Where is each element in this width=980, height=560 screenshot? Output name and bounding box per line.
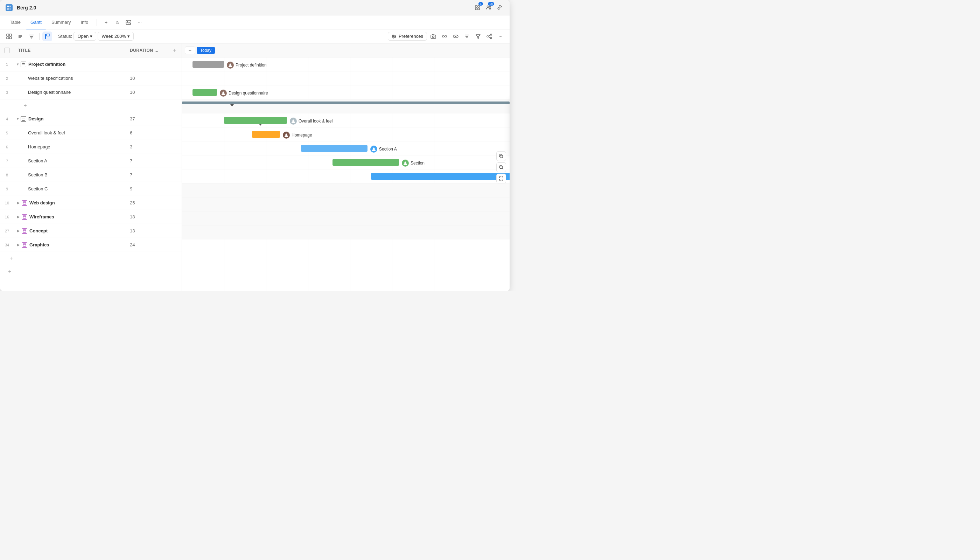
emoji-button[interactable]: ☺	[112, 18, 122, 27]
eye-button[interactable]	[451, 32, 461, 41]
zoom-out-button[interactable]	[496, 162, 506, 172]
gantt-bar-design-q[interactable]	[192, 89, 217, 96]
chevron-down-icon[interactable]: ▾	[17, 62, 18, 66]
collapse-button[interactable]	[15, 32, 25, 41]
camera-button[interactable]	[428, 32, 438, 41]
svg-rect-19	[45, 34, 46, 39]
row-title-text: Wireframes	[29, 214, 54, 220]
add-bottom-row: +	[0, 265, 182, 278]
chevron-right-icon[interactable]: ▶	[17, 201, 20, 205]
svg-rect-14	[7, 37, 9, 39]
row-title-group: ▶ Web design	[14, 200, 126, 206]
svg-line-40	[488, 35, 490, 36]
filter-button[interactable]	[473, 32, 483, 41]
chevron-right-icon[interactable]: ▶	[17, 215, 20, 219]
table-row: 3 Design questionnaire 10	[0, 85, 182, 99]
window-icon-1[interactable]: 1	[473, 3, 482, 12]
template-icon	[22, 242, 27, 248]
tab-gantt[interactable]: Gantt	[26, 18, 46, 27]
tab-info[interactable]: Info	[77, 18, 93, 27]
row-title: Design questionnaire	[14, 90, 126, 95]
avatar	[227, 62, 234, 68]
users-icon[interactable]: 18	[484, 3, 493, 12]
avatar	[370, 146, 377, 153]
week-dropdown[interactable]: Week 200% ▾	[98, 32, 134, 41]
row-duration: 10	[126, 76, 168, 81]
row-duration: 6	[126, 130, 168, 135]
sort-button[interactable]	[462, 32, 472, 41]
view-toggle-button[interactable]	[42, 32, 52, 41]
nav-divider	[97, 19, 97, 26]
svg-point-53	[223, 92, 224, 93]
svg-point-28	[433, 36, 434, 37]
pin-icon[interactable]	[496, 3, 504, 12]
svg-rect-30	[445, 36, 447, 37]
zoom-in-button[interactable]	[496, 151, 506, 161]
row-title: Section A	[14, 158, 126, 163]
gantt-arrow	[259, 124, 262, 126]
gantt-body[interactable]: Project definition Design questionnaire	[182, 57, 510, 291]
tab-table[interactable]: Table	[6, 18, 25, 27]
left-panel: TITLE DURATION ... + 1 ▾ Project defin	[0, 43, 182, 291]
svg-rect-44	[23, 202, 26, 204]
preferences-button[interactable]: Preferences	[388, 32, 427, 41]
more-views-button[interactable]: ···	[135, 18, 145, 27]
row-duration: 10	[126, 90, 168, 95]
svg-point-24	[392, 35, 393, 36]
table-row: 10 ▶ Web design 25	[0, 196, 182, 210]
share-button[interactable]	[484, 32, 494, 41]
row-title-text: Project definition	[28, 62, 65, 67]
row-number: 34	[0, 243, 14, 247]
row-duration: 18	[126, 214, 168, 220]
gantt-bar-overall[interactable]	[224, 117, 287, 124]
gantt-bar-project-def[interactable]	[192, 61, 224, 68]
gantt-bar-homepage[interactable]	[252, 131, 280, 138]
add-final-button[interactable]: +	[6, 267, 14, 276]
status-dropdown[interactable]: Open ▾	[73, 32, 96, 41]
row-number: 16	[0, 215, 14, 219]
table-row: 27 ▶ Concept 13	[0, 224, 182, 238]
tab-summary[interactable]: Summary	[47, 18, 75, 27]
gantt-bar-section-a[interactable]	[301, 145, 368, 152]
gantt-label-homepage: Homepage	[283, 132, 312, 138]
add-row: +	[0, 99, 182, 112]
add-group-button[interactable]: +	[7, 254, 15, 262]
link-button[interactable]	[440, 32, 449, 41]
gantt-label-design-q: Design questionnaire	[220, 90, 268, 97]
image-button[interactable]	[123, 18, 133, 27]
expand-button[interactable]	[4, 32, 14, 41]
gantt-label-section-a: Section A	[370, 146, 397, 153]
svg-point-38	[487, 36, 488, 37]
template-icon	[22, 214, 27, 220]
nav-tabs: Table Gantt Summary Info + ☺ ···	[0, 15, 510, 29]
gantt-row-bg	[182, 127, 510, 142]
svg-point-57	[405, 162, 407, 163]
fit-to-screen-button[interactable]	[496, 173, 506, 183]
chevron-right-icon[interactable]: ▶	[17, 243, 20, 247]
row-title: Homepage	[14, 144, 126, 150]
svg-rect-6	[475, 8, 477, 10]
header-checkbox[interactable]	[0, 48, 14, 53]
back-nav-button[interactable]: ←	[185, 47, 195, 54]
chevron-right-icon[interactable]: ▶	[17, 229, 20, 233]
avatar	[402, 160, 409, 167]
folder-icon	[21, 62, 26, 67]
zoom-controls	[496, 151, 506, 183]
main-content: TITLE DURATION ... + 1 ▾ Project defin	[0, 43, 510, 291]
add-view-button[interactable]: +	[101, 18, 111, 27]
add-item-button[interactable]: +	[21, 102, 29, 110]
svg-point-8	[487, 6, 489, 7]
svg-rect-5	[478, 6, 480, 7]
svg-rect-0	[7, 6, 9, 7]
gantt-label-overall: Overall look & feel	[290, 118, 332, 125]
gantt-bar-design-group[interactable]	[182, 102, 510, 104]
more-options-button[interactable]: ···	[496, 32, 505, 41]
today-button[interactable]: Today	[197, 47, 215, 54]
gantt-bar-section-b[interactable]	[332, 159, 399, 166]
header-add[interactable]: +	[168, 47, 182, 53]
table-row: 9 Section C 9	[0, 182, 182, 196]
table-row: 2 Website specifications 10	[0, 72, 182, 85]
gantt-bar-section-c[interactable]	[371, 173, 510, 180]
chevron-down-icon[interactable]: ▾	[17, 117, 18, 121]
filter-rows-button[interactable]	[27, 32, 37, 41]
